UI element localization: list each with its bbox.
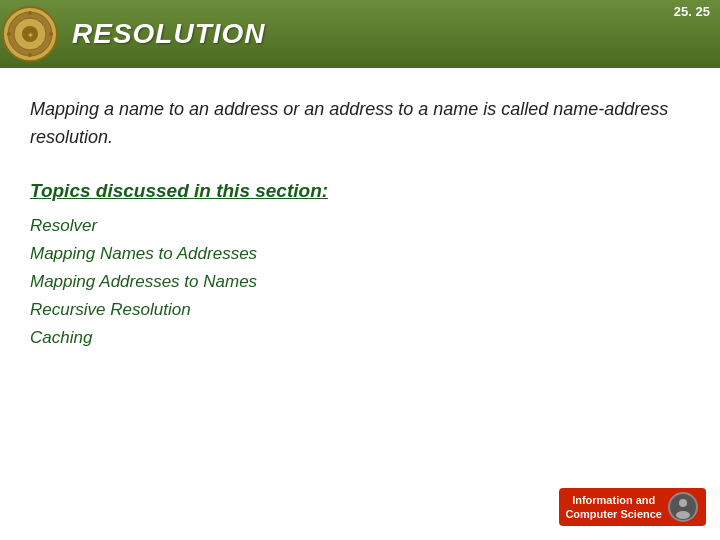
- list-item: Recursive Resolution: [30, 296, 690, 324]
- svg-point-11: [676, 511, 690, 519]
- svg-text:✦: ✦: [27, 31, 34, 40]
- header-bar: ✦ RESOLUTION 25. 25: [0, 0, 720, 68]
- bottom-logo: Information and Computer Science: [559, 488, 706, 526]
- bottom-logo-line1: Information and: [565, 493, 662, 507]
- list-item: Resolver: [30, 212, 690, 240]
- bottom-logo-icon: [668, 492, 698, 522]
- svg-point-5: [28, 11, 32, 15]
- page-title: RESOLUTION: [72, 18, 266, 50]
- svg-point-7: [7, 32, 11, 36]
- header-logo: ✦: [0, 4, 60, 64]
- svg-point-10: [679, 499, 687, 507]
- list-item: Mapping Addresses to Names: [30, 268, 690, 296]
- topics-heading: Topics discussed in this section:: [30, 180, 690, 202]
- svg-point-6: [28, 53, 32, 57]
- svg-point-8: [49, 32, 53, 36]
- bottom-logo-line2: Computer Science: [565, 507, 662, 521]
- bottom-logo-text: Information and Computer Science: [565, 493, 662, 522]
- intro-paragraph: Mapping a name to an address or an addre…: [30, 96, 690, 152]
- topics-list: ResolverMapping Names to AddressesMappin…: [30, 212, 690, 352]
- list-item: Mapping Names to Addresses: [30, 240, 690, 268]
- slide-number: 25. 25: [674, 4, 710, 19]
- list-item: Caching: [30, 324, 690, 352]
- main-content: Mapping a name to an address or an addre…: [0, 68, 720, 372]
